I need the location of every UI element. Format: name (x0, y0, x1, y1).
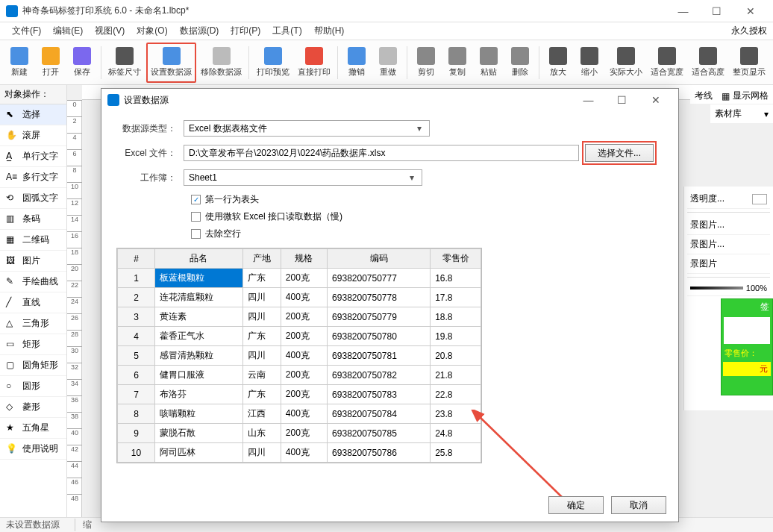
object-tool-圆弧文字[interactable]: ⟲圆弧文字 (0, 188, 66, 209)
object-tool-圆角矩形[interactable]: ▢圆角矩形 (0, 355, 66, 376)
dialog-close-button[interactable]: ✕ (639, 90, 672, 110)
type-dropdown[interactable]: Excel 数据表格文件▾ (184, 120, 430, 137)
object-tool-单行文字[interactable]: A̲单行文字 (0, 146, 66, 167)
toolbar-打印预览[interactable]: 打印预览 (253, 43, 292, 83)
table-row[interactable]: 7布洛芬广东200克693820075078322.8 (118, 385, 481, 404)
cancel-button[interactable]: 取消 (611, 496, 666, 514)
sheet-dropdown[interactable]: Sheet1▾ (184, 169, 422, 186)
table-row[interactable]: 6健胃口服液云南200克693820075078221.8 (118, 366, 481, 385)
dialog-maximize-button[interactable]: ☐ (605, 90, 639, 110)
browse-button[interactable]: 选择文件... (585, 144, 654, 162)
toolbar-适合高度[interactable]: 适合高度 (688, 43, 727, 83)
object-tool-菱形[interactable]: ◇菱形 (0, 397, 66, 418)
checkbox-remove-blank[interactable] (191, 229, 201, 239)
minimize-button[interactable]: — (666, 1, 700, 22)
object-tool-五角星[interactable]: ★五角星 (0, 418, 66, 439)
ok-button[interactable]: 确定 (548, 496, 604, 514)
menu-print[interactable]: 打印(P) (225, 23, 266, 39)
toolbar-实际大小[interactable]: 实际大小 (606, 43, 645, 83)
toolbar-icon (264, 47, 282, 65)
object-tool-直线[interactable]: ╱直线 (0, 292, 66, 313)
object-tool-三角形[interactable]: △三角形 (0, 313, 66, 334)
check-label-first-row: 第一行为表头 (205, 193, 259, 206)
dialog-title: 设置数据源 (124, 94, 572, 107)
column-header[interactable]: # (118, 249, 155, 269)
menu-object[interactable]: 对象(O) (131, 23, 173, 39)
cell: 9 (118, 424, 155, 443)
menu-view[interactable]: 视图(V) (89, 23, 131, 39)
object-tool-矩形[interactable]: ▭矩形 (0, 334, 66, 355)
cell: 6 (118, 366, 155, 385)
toolbar-粘贴[interactable]: 粘贴 (474, 43, 504, 83)
menu-file[interactable]: 文件(F) (6, 23, 47, 39)
menu-help[interactable]: 帮助(H) (308, 23, 351, 39)
object-tool-使用说明[interactable]: 💡使用说明 (0, 439, 66, 460)
table-row[interactable]: 3黄连素四川200克693820075077918.8 (118, 307, 481, 327)
tool-icon: A≡ (6, 172, 18, 184)
column-header[interactable]: 品名 (155, 249, 243, 269)
menu-datasource[interactable]: 数据源(D) (174, 23, 225, 39)
bg-img-btn-2[interactable]: 景图片... (690, 238, 725, 251)
toolbar-剪切[interactable]: 剪切 (411, 43, 441, 83)
file-input[interactable]: D:\文章发布平台\2023\02月\0224\药品数据库.xlsx (184, 145, 579, 161)
table-row[interactable]: 4藿香正气水广东200克693820075078019.8 (118, 327, 481, 346)
toolbar-设置数据源[interactable]: 设置数据源 (146, 43, 196, 83)
menu-edit[interactable]: 编辑(E) (47, 23, 89, 39)
maximize-button[interactable]: ☐ (700, 1, 733, 22)
toolbar-缩小[interactable]: 缩小 (575, 43, 604, 83)
close-button[interactable]: ✕ (733, 1, 767, 22)
toolbar-适合宽度[interactable]: 适合宽度 (647, 43, 686, 83)
dropdown-icon[interactable]: ▾ (764, 109, 769, 119)
toolbar-label: 打开 (43, 66, 59, 78)
toolbar-撤销[interactable]: 撤销 (342, 43, 372, 83)
column-header[interactable]: 产地 (242, 249, 281, 269)
toolbar-icon (448, 47, 466, 65)
tool-icon: ▦ (6, 234, 18, 246)
tool-label: 图片 (22, 254, 40, 267)
object-tool-滚屏[interactable]: ✋滚屏 (0, 125, 66, 146)
material-label[interactable]: 素材库 (715, 107, 742, 120)
object-tool-圆形[interactable]: ○圆形 (0, 376, 66, 397)
toolbar-标签尺寸[interactable]: 标签尺寸 (105, 43, 145, 83)
object-tool-多行文字[interactable]: A≡多行文字 (0, 167, 66, 188)
toolbar-打开[interactable]: 打开 (36, 43, 66, 83)
object-tool-手绘曲线[interactable]: ✎手绘曲线 (0, 272, 66, 292)
column-header[interactable]: 规格 (281, 249, 327, 269)
object-tool-二维码[interactable]: ▦二维码 (0, 230, 66, 251)
menu-tools[interactable]: 工具(T) (266, 23, 307, 39)
show-grid-label[interactable]: 显示网格 (733, 90, 769, 102)
toolbar-删除[interactable]: 删除 (505, 43, 535, 83)
bg-img-btn-1[interactable]: 景图片... (690, 219, 725, 231)
object-tool-图片[interactable]: 🖼图片 (0, 251, 66, 272)
refline-label[interactable]: 考线 (695, 90, 713, 102)
toolbar-保存[interactable]: 保存 (67, 43, 97, 83)
toolbar-label: 缩小 (581, 66, 598, 78)
checkbox-use-ms[interactable] (191, 212, 201, 222)
toolbar-新建[interactable]: 新建 (4, 43, 34, 83)
toolbar-直接打印[interactable]: 直接打印 (294, 43, 334, 83)
table-row[interactable]: 2连花清瘟颗粒四川400克693820075077817.8 (118, 288, 481, 307)
cell: 6938200750786 (328, 443, 431, 463)
checkbox-first-row[interactable]: ✓ (191, 195, 201, 204)
dialog-minimize-button[interactable]: — (572, 90, 605, 110)
cell: 咳喘颗粒 (155, 404, 243, 424)
opacity-slider[interactable] (690, 287, 743, 290)
bg-img-btn-3[interactable]: 景图片 (690, 257, 717, 270)
toolbar-放大[interactable]: 放大 (543, 43, 573, 83)
table-row[interactable]: 10阿司匹林四川400克693820075078625.8 (118, 443, 481, 463)
data-grid[interactable]: #品名产地规格编码零售价1板蓝根颗粒广东200克693820075077716.… (116, 248, 482, 463)
column-header[interactable]: 编码 (328, 249, 431, 269)
toolbar-移除数据源[interactable]: 移除数据源 (198, 43, 245, 83)
column-header[interactable]: 零售价 (431, 249, 481, 269)
toolbar-icon (73, 47, 91, 65)
object-tool-选择[interactable]: ⬉选择 (0, 104, 66, 125)
opacity-btn[interactable]: 透明度... (690, 193, 725, 205)
table-row[interactable]: 5感冒清热颗粒四川400克693820075078120.8 (118, 346, 481, 366)
table-row[interactable]: 1板蓝根颗粒广东200克693820075077716.8 (118, 269, 481, 288)
table-row[interactable]: 9蒙脱石散山东200克693820075078524.8 (118, 424, 481, 443)
toolbar-重做[interactable]: 重做 (373, 43, 403, 83)
object-tool-条码[interactable]: ▥条码 (0, 209, 66, 230)
toolbar-整页显示[interactable]: 整页显示 (729, 43, 769, 83)
toolbar-复制[interactable]: 复制 (442, 43, 472, 83)
table-row[interactable]: 8咳喘颗粒江西400克693820075078423.8 (118, 404, 481, 424)
